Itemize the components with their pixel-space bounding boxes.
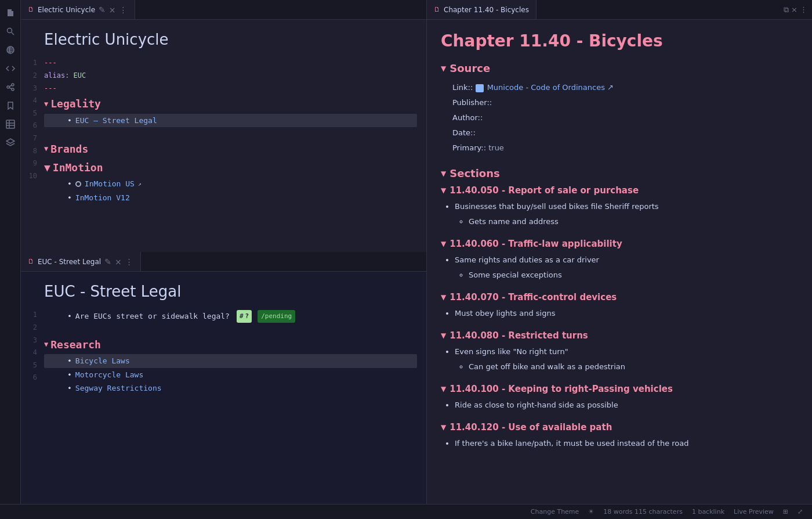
bullet-dot: • [67, 191, 72, 204]
bullet-item: Same rights and duties as a car driverSo… [455, 253, 798, 283]
sidebar-icon-code[interactable] [2, 60, 19, 77]
section-arrow: ▼ [441, 240, 446, 248]
bottom-line-6-segway[interactable]: • Segway Restrictions [44, 381, 417, 395]
bullet-item: Must obey lights and signs [455, 306, 798, 321]
link-bicycle-laws[interactable]: Bicycle Laws [75, 354, 130, 367]
source-block: Link:: Municode - Code of Ordinances ↗ P… [452, 80, 798, 156]
section-title-text: 11.40.100 - Keeping to right-Passing veh… [449, 384, 673, 394]
sidebar-icon-file[interactable] [2, 5, 19, 21]
link-text: Municode - Code of Ordinances [487, 80, 605, 95]
author-label: Author:: [452, 113, 483, 122]
sub-bullet-item: Gets name and address [469, 214, 798, 229]
line-1: --- [44, 57, 417, 70]
bullet-list: Even signs like "No right turn"Can get o… [455, 344, 798, 374]
sections-heading: ▼ Sections [441, 167, 798, 179]
sidebar-icons [0, 0, 21, 504]
right-tab-close[interactable]: × [791, 5, 798, 14]
bullet-list: If there's a bike lane/path, it must be … [455, 436, 798, 451]
sidebar-icon-globe[interactable] [2, 42, 19, 58]
section-arrow: ▼ [441, 293, 446, 301]
left-tab-more[interactable]: ⋮ [119, 6, 128, 14]
svg-marker-12 [6, 139, 14, 143]
sidebar-icon-table[interactable] [2, 116, 19, 132]
source-arrow: ▼ [441, 64, 446, 73]
bottom-tab-more[interactable]: ⋮ [125, 258, 133, 266]
primary-label: Primary:: [452, 143, 488, 152]
svg-point-0 [7, 28, 12, 33]
link-street-legal[interactable]: EUC – Street Legal [75, 114, 157, 127]
section-entry-11.40.100: ▼11.40.100 - Keeping to right-Passing ve… [441, 384, 798, 413]
sub-bullet-list: Can get off bike and walk as a pedestria… [469, 359, 798, 374]
source-heading: ▼ Source [441, 62, 798, 74]
right-tab-controls: ⧉ × ⋮ [779, 5, 812, 15]
expand-icon[interactable]: ⤢ [798, 508, 803, 516]
sidebar-icon-graph[interactable] [2, 79, 19, 95]
right-tab-bar: 🗋 Chapter 11.40 - Bicycles ⧉ × ⋮ [427, 0, 812, 20]
split-icon[interactable]: ⧉ [784, 5, 789, 15]
bottom-line-2 [44, 323, 417, 336]
top-editor-content: --- alias: EUC --- ▼ Legality • EUC – St… [44, 57, 417, 204]
date-label: Date:: [452, 128, 476, 137]
section-title-text: 11.40.070 - Traffic-control devices [449, 292, 617, 302]
primary-value: true [488, 143, 504, 152]
line-10-inmotion-v12[interactable]: • InMotion V12 [44, 191, 417, 204]
link-inmotion-v12[interactable]: InMotion V12 [75, 191, 130, 204]
top-editor: Electric Unicycle 1 2 3 4 5 6 7 8 9 10 [21, 20, 426, 252]
right-tab-more[interactable]: ⋮ [800, 5, 807, 14]
bottom-line-5-motorcycle-laws[interactable]: • Motorcycle Laws [44, 368, 417, 381]
question-text: Are EUCs street or sidewalk legal? [75, 309, 230, 323]
sidebar-icon-bookmark[interactable] [2, 98, 19, 114]
ext-link-icon: ↗ [607, 80, 614, 95]
section-entry-11.40.120: ▼11.40.120 - Use of available pathIf the… [441, 422, 798, 451]
left-tab-close[interactable]: × [109, 6, 116, 14]
link-label: Link:: [452, 83, 476, 92]
bottom-line-4-bicycle-laws[interactable]: • Bicycle Laws [44, 354, 417, 367]
right-tab-label: Chapter 11.40 - Bicycles [444, 6, 529, 14]
left-tab-electric-unicycle[interactable]: 🗋 Electric Unicycle ✎ × ⋮ [21, 0, 135, 19]
top-page-title: Electric Unicycle [21, 29, 417, 50]
right-pane: 🗋 Chapter 11.40 - Bicycles ⧉ × ⋮ Chapter… [427, 0, 812, 504]
sub-bullet-list: Gets name and address [469, 214, 798, 229]
bullet-list: Businesses that buy/sell used bikes file… [455, 199, 798, 229]
circle-icon [75, 181, 81, 187]
section-arrow: ▼ [441, 385, 446, 393]
sections-label: Sections [449, 167, 500, 179]
line-6-empty [44, 127, 417, 140]
backlinks[interactable]: 1 backlink [692, 508, 724, 516]
bullet-item: Even signs like "No right turn"Can get o… [455, 344, 798, 374]
link-inmotion-us[interactable]: InMotion US [85, 177, 135, 190]
sidebar-icon-layers[interactable] [2, 135, 19, 151]
status-bar: Change Theme ☀ 18 words 115 characters 1… [0, 504, 812, 519]
line-5-street-legal[interactable]: • EUC – Street Legal [44, 114, 417, 127]
bottom-tab-close[interactable]: × [115, 258, 122, 266]
brands-label: Brands [50, 140, 88, 158]
theme-label[interactable]: Change Theme [531, 508, 579, 516]
bottom-tab-street-legal[interactable]: 🗋 EUC - Street Legal ✎ × ⋮ [21, 252, 141, 271]
svg-point-5 [12, 88, 14, 91]
sub-bullet-item: Some special exceptions [469, 268, 798, 283]
line-3: --- [44, 82, 417, 95]
live-preview[interactable]: Live Preview [734, 508, 774, 516]
bottom-tab-label: EUC - Street Legal [38, 258, 101, 266]
bottom-tab-icon: 🗋 [28, 258, 34, 265]
bullet-item: Ride as close to right-hand side as poss… [455, 398, 798, 413]
publisher-label: Publisher:: [452, 98, 492, 107]
link-motorcycle-laws[interactable]: Motorcycle Laws [75, 368, 143, 381]
line-9-inmotion-us[interactable]: • InMotion US ↗ [44, 177, 417, 190]
svg-point-4 [12, 84, 14, 86]
primary-row: Primary:: true [452, 140, 798, 156]
right-tab-bicycles[interactable]: 🗋 Chapter 11.40 - Bicycles [427, 0, 536, 19]
bottom-editor: EUC - Street Legal 1 2 3 4 5 6 • Are EUC… [21, 272, 426, 504]
municode-link[interactable]: Municode - Code of Ordinances ↗ [487, 80, 614, 95]
section-arrow: ▼ [441, 423, 446, 431]
left-tab-edit[interactable]: ✎ [99, 6, 106, 14]
bottom-tab-edit[interactable]: ✎ [104, 258, 111, 266]
bottom-editor-content: • Are EUCs street or sidewalk legal? # ?… [44, 309, 417, 395]
link-segway[interactable]: Segway Restrictions [75, 381, 162, 395]
left-tab-label: Electric Unicycle [38, 6, 95, 14]
svg-point-3 [7, 86, 9, 88]
date-row: Date:: [452, 125, 798, 140]
line-4-legality: ▼ Legality [44, 95, 417, 113]
sidebar-icon-search[interactable] [2, 23, 19, 39]
layout-icon[interactable]: ⊞ [783, 508, 788, 516]
